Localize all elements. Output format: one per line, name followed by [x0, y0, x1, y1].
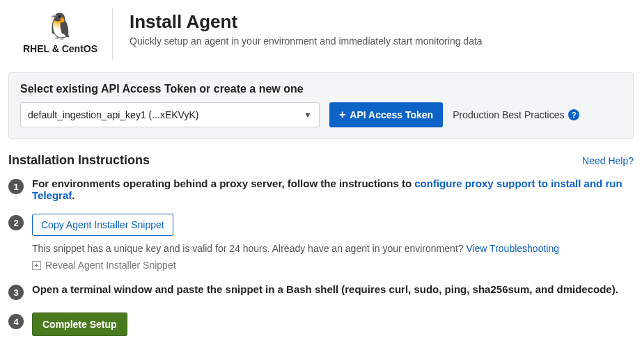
help-icon: ? — [568, 109, 579, 120]
step-2: 2 Copy Agent Installer Snippet This snip… — [8, 214, 634, 271]
add-api-token-button[interactable]: + API Access Token — [329, 102, 443, 127]
step-number: 1 — [8, 179, 24, 194]
os-label: RHEL & CentOS — [23, 43, 97, 54]
page-header: 🐧 RHEL & CentOS Install Agent Quickly se… — [8, 8, 634, 60]
token-row: default_ingestion_api_key1 (...xEKVyK) ▼… — [20, 102, 622, 127]
step3-text: Open a terminal window and paste the sni… — [32, 283, 618, 295]
linux-icon: 🐧 — [45, 14, 76, 39]
step-number: 3 — [8, 285, 24, 300]
best-practices-link[interactable]: Production Best Practices ? — [453, 109, 579, 120]
plus-icon: + — [339, 109, 345, 120]
view-troubleshooting-link[interactable]: View Troubleshooting — [466, 243, 559, 254]
step-3: 3 Open a terminal window and paste the s… — [8, 283, 634, 300]
token-panel-title: Select existing API Access Token or crea… — [20, 83, 622, 95]
title-block: Install Agent Quickly setup an agent in … — [130, 8, 483, 47]
instructions-header: Installation Instructions Need Help? — [8, 153, 634, 168]
step-body: Complete Setup — [32, 312, 634, 336]
step-number: 2 — [8, 215, 24, 230]
step-body: For environments operating behind a prox… — [32, 177, 634, 201]
best-practices-label: Production Best Practices — [453, 109, 564, 120]
step-number: 4 — [8, 314, 24, 329]
step-4: 4 Complete Setup — [8, 312, 634, 336]
token-select[interactable]: default_ingestion_api_key1 (...xEKVyK) ▼ — [20, 102, 320, 127]
token-panel: Select existing API Access Token or crea… — [8, 72, 634, 139]
reveal-snippet-toggle[interactable]: + Reveal Agent Installer Snippet — [32, 260, 176, 271]
os-badge: 🐧 RHEL & CentOS — [8, 8, 113, 60]
step1-text-after: . — [72, 189, 75, 201]
complete-setup-button[interactable]: Complete Setup — [32, 312, 127, 336]
reveal-snippet-label: Reveal Agent Installer Snippet — [45, 260, 176, 271]
step1-text-before: For environments operating behind a prox… — [32, 177, 414, 189]
copy-snippet-button[interactable]: Copy Agent Installer Snippet — [32, 214, 173, 236]
snippet-hint: This snippet has a unique key and is val… — [32, 243, 634, 254]
chevron-down-icon: ▼ — [304, 110, 312, 120]
step-body: Copy Agent Installer Snippet This snippe… — [32, 214, 634, 271]
need-help-link[interactable]: Need Help? — [582, 155, 634, 166]
expand-icon: + — [32, 261, 41, 270]
add-api-token-label: API Access Token — [350, 109, 433, 120]
instructions-heading: Installation Instructions — [8, 153, 150, 168]
step-body: Open a terminal window and paste the sni… — [32, 283, 634, 300]
page-subtitle: Quickly setup an agent in your environme… — [130, 35, 483, 47]
snippet-hint-text: This snippet has a unique key and is val… — [32, 243, 466, 254]
step-1: 1 For environments operating behind a pr… — [8, 177, 634, 201]
page-title: Install Agent — [130, 11, 483, 33]
token-select-value: default_ingestion_api_key1 (...xEKVyK) — [28, 109, 198, 120]
